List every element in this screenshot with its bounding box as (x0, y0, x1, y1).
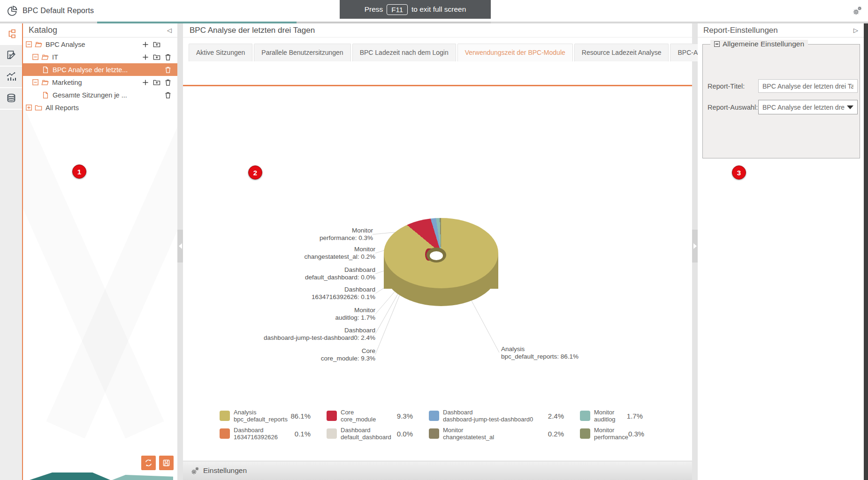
tab-verwendungszeit-bpc-module[interactable]: Verwendungszeit der BPC-Module (457, 44, 573, 61)
left-splitter[interactable] (177, 23, 183, 480)
report-titel-input[interactable] (758, 79, 858, 93)
tree-row-it[interactable]: IT (23, 51, 177, 63)
legend-percent: 9.3% (397, 412, 429, 420)
save-button[interactable] (159, 456, 174, 470)
report-auswahl-row: Report-Auswahl: BPC Analyse der letzten … (708, 100, 858, 114)
legend-swatch (220, 411, 230, 421)
right-splitter-grip[interactable] (692, 230, 698, 262)
expander-minus-icon[interactable] (32, 79, 38, 85)
legend-name: core_module (341, 416, 376, 423)
legend-swatch (327, 428, 337, 439)
refresh-button[interactable] (141, 456, 156, 470)
callout-core-module: Core core_module: 9.3% (221, 347, 375, 362)
tree-row-label: Gesamte Sitzungen je ... (53, 91, 127, 99)
accent-divider (22, 23, 23, 480)
legend-percent: 86.1% (290, 412, 327, 420)
sidebar-item-catalog[interactable] (0, 23, 22, 45)
folder-open-icon (41, 53, 49, 61)
collapse-right-icon[interactable]: ▷ (853, 27, 858, 33)
tab-parallele-benutzersitzungen[interactable]: Parallele Benutzersitzungen (254, 44, 350, 61)
tree-row-all-reports[interactable]: All Reports (23, 101, 177, 114)
tree-row-label: BPC Analyse der letzte... (53, 66, 128, 74)
settings-bar[interactable]: Einstellungen (183, 461, 692, 480)
legend-item-analysis: Analysisbpc_default_reports 86.1% (220, 409, 327, 423)
collapse-section-icon[interactable] (714, 41, 720, 47)
file-icon (42, 91, 49, 99)
folder-closed-icon (35, 104, 42, 112)
legend-item-performance: Monitorperformance 0.3% (580, 427, 659, 441)
collapse-left-arrow-icon (179, 243, 182, 249)
folder-open-icon (41, 79, 49, 86)
callout-line1: Dashboard (221, 266, 375, 274)
annotation-badge-2: 2 (248, 165, 262, 180)
legend-item-dashboard-jump: Dashboarddashboard-jump-test-dashboard0 … (429, 409, 580, 423)
legend-group: Dashboard (234, 427, 278, 434)
expander-plus-icon[interactable] (26, 105, 32, 111)
report-titel-label: Report-Titel: (708, 82, 758, 90)
fullscreen-toast: Press F11 to exit full screen (340, 0, 491, 19)
add-report-icon[interactable] (140, 78, 151, 86)
tree-row-marketing[interactable]: Marketing (23, 76, 177, 89)
dark-scrollbar-strip[interactable] (864, 22, 868, 480)
left-splitter-grip[interactable] (177, 230, 183, 262)
delete-icon[interactable] (162, 78, 174, 86)
legend-item-changestatetest: Monitorchangestatetest_al 0.2% (429, 427, 580, 441)
legend-group: Analysis (234, 409, 288, 416)
tab-aktive-sitzungen[interactable]: Aktive Sitzungen (189, 44, 252, 61)
delete-icon[interactable] (162, 66, 174, 74)
legend-name: dashboard-jump-test-dashboard0 (443, 416, 533, 423)
annotation-badge-1: 1 (72, 165, 86, 179)
callout-line2: 1634716392626: 0.1% (221, 293, 375, 301)
tree-row-label: All Reports (46, 104, 79, 112)
save-icon (162, 459, 170, 467)
add-folder-icon[interactable] (151, 78, 162, 86)
legend-swatch (327, 411, 337, 421)
legend-name: bpc_default_reports (234, 416, 288, 423)
add-report-icon[interactable] (140, 53, 151, 61)
tab-bpc-ladezeit[interactable]: BPC Ladezeit nach dem Login (352, 44, 456, 61)
callout-line1: Dashboard (221, 286, 375, 293)
delete-icon[interactable] (162, 91, 174, 99)
report-settings-header: Report-Einstellungen ▷ (698, 23, 864, 38)
callout-line1: Core (221, 347, 375, 355)
katalog-panel: Katalog ◁ BPC Analyse IT BPC A (23, 23, 177, 480)
legend-swatch (429, 428, 439, 439)
delete-icon[interactable] (162, 53, 174, 61)
legend-name: default_dashboard (341, 434, 391, 441)
expander-minus-icon[interactable] (26, 41, 32, 47)
gear-icon[interactable] (852, 6, 862, 16)
callout-performance: Monitor performance: 0.3% (218, 227, 373, 242)
expander-minus-icon[interactable] (32, 54, 38, 60)
legend-name: auditlog (594, 416, 616, 423)
add-folder-icon[interactable] (151, 53, 162, 61)
chart-icon (6, 71, 17, 82)
sidebar-item-report-edit[interactable] (0, 45, 22, 67)
dropdown-caret-icon (847, 105, 853, 109)
tree-row-bpc-analyse-der-letzte-selected[interactable]: BPC Analyse der letzte... (23, 63, 177, 76)
tree-row-bpc-analyse[interactable]: BPC Analyse (23, 38, 177, 51)
legend-percent: 0.0% (397, 430, 429, 438)
report-auswahl-select[interactable]: BPC Analyse der letzten dre (758, 100, 858, 114)
katalog-header: Katalog ◁ (23, 23, 177, 38)
add-folder-icon[interactable] (151, 40, 162, 48)
teal-progress-strip (97, 22, 297, 23)
callout-line2: core_module: 9.3% (221, 355, 375, 362)
callout-line1: Monitor (218, 227, 373, 234)
sidebar-item-charts[interactable] (0, 67, 22, 88)
app-title: BPC Default Reports (23, 7, 94, 15)
add-report-icon[interactable] (140, 40, 151, 48)
legend-percent: 1.7% (627, 412, 659, 420)
folder-open-icon (35, 41, 42, 48)
annotation-badge-3: 3 (732, 165, 746, 180)
tree-row-gesamte-sitzungen[interactable]: Gesamte Sitzungen je ... (23, 89, 177, 101)
right-splitter[interactable] (692, 23, 698, 480)
legend-swatch (580, 411, 590, 421)
gears-icon (190, 466, 199, 475)
callout-line2: default_dashboard: 0.0% (221, 274, 375, 281)
collapse-left-icon[interactable]: ◁ (167, 27, 172, 33)
toast-suffix: to exit full screen (411, 5, 466, 14)
callout-line1: Dashboard (221, 327, 375, 334)
tab-resource-ladezeit[interactable]: Resource Ladezeit Analyse (574, 44, 669, 61)
callout-line2: performance: 0.3% (218, 234, 373, 242)
sidebar-item-database[interactable] (0, 88, 22, 110)
